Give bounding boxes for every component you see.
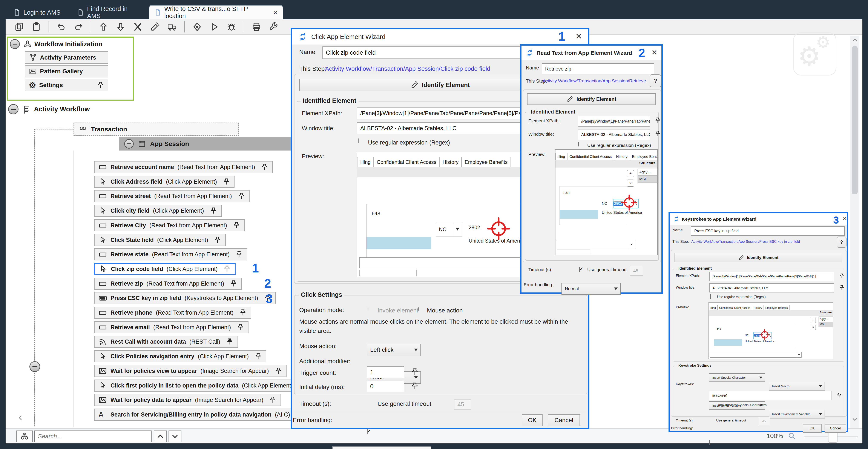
button-label: Insert Macro (772, 385, 789, 388)
keystrokes-label: Keystrokes: (676, 382, 694, 386)
structure-list: Agcy .. MSI (818, 317, 833, 327)
remove-button[interactable]: × (811, 325, 816, 330)
dont-interpret-checkbox[interactable] (709, 440, 710, 445)
preview-address-panel: 648 NC 2802 United States of America (714, 325, 796, 348)
help-button[interactable]: ? (837, 237, 846, 248)
preview-combobox[interactable] (710, 352, 797, 358)
timeout-label: Timeout (s): (676, 418, 693, 422)
use-general-timeout-label: Use general timeout (716, 418, 746, 422)
preview-label: Preview: (676, 305, 689, 309)
wand-icon (738, 255, 744, 261)
xpath-input[interactable]: /Pane[3]/Window[1]/Pane/Pane/Tab/Pane/Pa… (709, 272, 834, 281)
sync-icon (673, 216, 679, 222)
cancel-button[interactable]: Cancel (825, 424, 846, 433)
name-input[interactable]: Press ESC key in zip field (691, 226, 845, 236)
ok-button[interactable]: OK (803, 424, 822, 433)
element-preview: illing Confidential Client Access Histor… (709, 302, 833, 359)
pin-icon[interactable] (839, 273, 845, 279)
crosshair-icon (758, 329, 771, 341)
error-handling-label: Error handling: (671, 426, 693, 430)
structure-row[interactable]: MSI (818, 322, 833, 327)
group-legend: Keystroke Settings (676, 363, 714, 368)
preview-tab[interactable]: illing (709, 305, 717, 311)
preview-band (709, 310, 833, 316)
chevron-down-icon (759, 377, 762, 379)
preview-highlight (714, 339, 742, 346)
insert-environment-variable-button[interactable]: Insert Environment Variable (769, 410, 825, 418)
dialog-title: Keystrokes to App Element Wizard (682, 216, 756, 222)
preview-tab[interactable]: Employee Benefits (764, 305, 789, 311)
chevron-down-icon (819, 385, 822, 387)
pin-icon[interactable] (836, 392, 842, 398)
button-label: Insert Environment Variable (772, 413, 810, 416)
regex-label: Use regular expression (Regex) (717, 295, 766, 299)
add-button[interactable]: + (811, 318, 816, 323)
preview-tabs: illing Confidential Client Access Histor… (709, 305, 833, 311)
window-title-input[interactable]: ALBESTA-02 - Albemarle Stables, LLC (709, 283, 834, 293)
chevron-down-icon (819, 413, 822, 415)
window-title-label: Window title: (676, 286, 695, 290)
button-label: Insert Special Character (712, 376, 746, 379)
dialog3-layer: Keystrokes to App Element Wizard 3 × Nam… (0, 0, 868, 449)
app-window: Login to AMS Find Record in AMS Write to… (0, 0, 868, 449)
name-label: Name (672, 228, 683, 233)
preview-number: 648 (717, 327, 721, 330)
state-value: NC (745, 334, 749, 337)
dont-interpret-label: Don't interpret Special Characters (717, 403, 767, 407)
keystrokes-input[interactable]: {ESCAPE} (709, 391, 832, 400)
timeout-value-input[interactable]: 45 (759, 417, 770, 425)
identify-element-button[interactable]: Identify Element (675, 253, 842, 262)
structure-column-header[interactable]: Agcy .. (818, 317, 833, 322)
this-step-label: This Step: (672, 240, 689, 244)
dialog-titlebar[interactable]: Keystrokes to App Element Wizard (670, 213, 847, 225)
insert-macro-button[interactable]: Insert Macro (769, 382, 825, 390)
insert-special-character-button[interactable]: Insert Special Character (709, 373, 765, 382)
preview-tab[interactable]: History (752, 305, 764, 311)
this-step-link[interactable]: Activity Workflow/Transaction/App Sessio… (691, 240, 829, 244)
group-legend: Identified Element (676, 266, 714, 271)
annotation-number: 3 (833, 215, 839, 226)
xpath-label: Element XPath: (676, 274, 700, 278)
combobox-caret[interactable] (797, 352, 802, 358)
structure-label: Structure (819, 311, 832, 314)
close-icon[interactable]: × (843, 215, 847, 222)
regex-checkbox[interactable] (710, 294, 711, 299)
pin-icon[interactable] (839, 285, 845, 291)
button-label: Identify Element (747, 255, 779, 260)
preview-tab[interactable]: Confidential Client Access (717, 305, 752, 311)
